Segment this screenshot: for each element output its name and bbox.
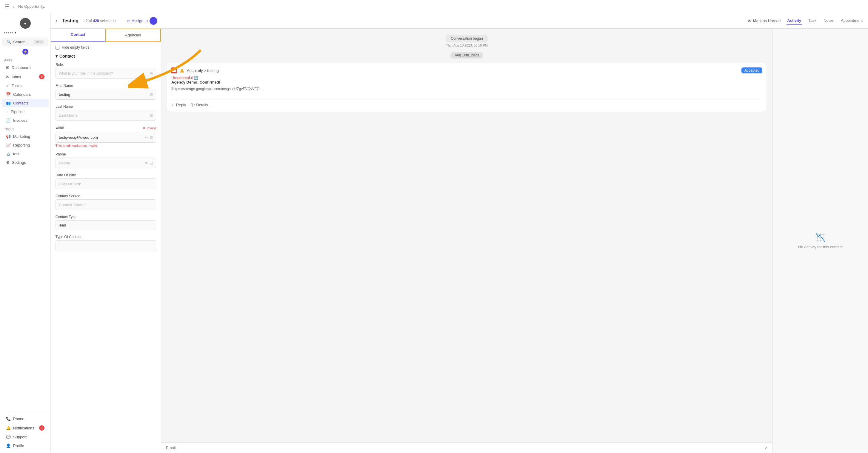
retry-icon: 🔄 <box>194 76 198 80</box>
sidebar-item-search[interactable]: 🔍 Search ctrl K <box>2 38 48 46</box>
phone-edit-icon[interactable]: ✏ <box>145 161 148 165</box>
tab-activity[interactable]: Activity <box>786 17 802 25</box>
panel-content: Hide empty fields ▾ Contact Role What is… <box>51 42 161 453</box>
email-composer-input[interactable] <box>166 446 762 450</box>
back-button[interactable]: ‹ <box>56 18 57 24</box>
reply-button[interactable]: ↩ Reply <box>171 103 186 107</box>
nav-right-arrow[interactable]: › <box>115 19 116 23</box>
phone-field-icon: ⊟ <box>150 161 153 165</box>
reporting-icon: 📈 <box>6 143 11 148</box>
expand-icon[interactable]: ⤢ <box>765 446 768 450</box>
sidebar-item-contacts[interactable]: 👥 Contacts <box>2 99 49 107</box>
hide-empty-fields-row: Hide empty fields <box>56 45 156 50</box>
type-of-contact-label: Type Of Contact <box>56 235 156 239</box>
sidebar-item-label: Dashboard <box>12 65 31 70</box>
dob-label: Date Of Birth <box>56 173 156 177</box>
invalid-icon: ✕ <box>143 126 145 130</box>
dob-input-wrapper[interactable]: Date Of Birth <box>56 179 156 189</box>
no-activity: 📉 No Activity for this contact <box>798 232 843 249</box>
sidebar-item-label: Invoices <box>13 118 27 123</box>
calendar-icon: 📅 <box>6 92 11 97</box>
sidebar-item-label: Calendars <box>13 92 31 97</box>
hamburger-menu[interactable]: ☰ <box>5 3 9 10</box>
bolt-icon[interactable]: ⚡ <box>22 48 28 55</box>
sidebar-item-marketing[interactable]: 📢 Marketing <box>2 132 49 141</box>
sidebar-item-calendars[interactable]: 📅 Calendars <box>2 90 49 99</box>
last-name-placeholder: Last Name <box>59 113 78 118</box>
began-label: Conversation began <box>446 35 488 42</box>
email-value: testqwecq@qweq.com <box>59 135 98 140</box>
svg-text:!: ! <box>182 69 183 72</box>
field-first-name: First Name testing ⊟ <box>56 84 156 100</box>
inbox-badge: 0 <box>39 74 44 79</box>
role-input-wrapper[interactable]: What is your role in the company? ⊟ <box>56 68 156 79</box>
nav-selected: selected <box>100 19 114 23</box>
contact-source-input-wrapper[interactable]: Contact Source <box>56 199 156 210</box>
nav-left-arrow[interactable]: ‹ <box>83 19 85 23</box>
message-body: [https://storage.googleapis.com/msgsndr/… <box>171 87 762 95</box>
nav-counter: ‹ 2 of 428 selected › <box>83 19 116 23</box>
sidebar-item-label: test <box>13 152 20 156</box>
field-type-of-contact: Type Of Contact <box>56 235 156 251</box>
details-icon: ⓘ <box>191 102 195 107</box>
phone-input-wrapper[interactable]: Phone ✏ ⊟ <box>56 158 156 168</box>
assign-button[interactable]: ⊕ Assign to <box>127 17 157 25</box>
mark-unread-button[interactable]: ✉ Mark as Unread <box>748 19 780 23</box>
accepted-badge: Accepted <box>741 67 762 73</box>
test-icon: 🔬 <box>6 152 11 156</box>
profile-icon: 👤 <box>6 444 11 448</box>
type-of-contact-input-wrapper[interactable] <box>56 240 156 251</box>
search-shortcut: ctrl K <box>34 40 44 44</box>
hide-empty-checkbox[interactable] <box>56 46 59 50</box>
details-button[interactable]: ⓘ Details <box>191 102 208 107</box>
svg-rect-0 <box>171 67 177 73</box>
tab-notes[interactable]: Notes <box>823 17 834 25</box>
email-icons: ✏ ⊟ <box>145 135 153 140</box>
unsuccessful-label: Unsuccessful <box>171 76 192 80</box>
panel-tab-contact[interactable]: Contact <box>51 29 105 41</box>
panel-tabs: Contact Agencies <box>51 29 161 42</box>
tab-task[interactable]: Task <box>808 17 817 25</box>
brand-name: ●●●●● <box>4 31 13 34</box>
sidebar-item-pipeline[interactable]: ⟂ Pipeline <box>2 107 49 116</box>
edit-icon[interactable]: ✏ <box>145 135 148 140</box>
sidebar-item-invoices[interactable]: 🧾 Invoices <box>2 116 49 125</box>
invalid-email-text: This email marked as Invalid <box>56 144 156 148</box>
contact-section-header: ▾ Contact <box>56 54 156 59</box>
role-field-icon: ⊟ <box>150 71 153 76</box>
sidebar-item-notifications[interactable]: 🔔 Notifications 2 <box>2 423 49 433</box>
tab-appointment[interactable]: Appointment <box>840 17 863 25</box>
sidebar-item-label: Marketing <box>13 134 30 139</box>
notifications-icon: 🔔 <box>6 426 11 430</box>
message-subject: Agency Demo: Confirmed! <box>171 80 762 85</box>
sidebar-item-phone[interactable]: 📞 Phone <box>2 415 49 423</box>
brand-selector[interactable]: ●●●●● ▾ <box>0 29 51 36</box>
no-activity-chart-icon: 📉 <box>798 232 843 242</box>
sidebar-item-test[interactable]: 🔬 test <box>2 150 49 158</box>
first-name-input-wrapper[interactable]: testing ⊟ <box>56 89 156 100</box>
field-last-name: Last Name Last Name ⊟ <box>56 104 156 121</box>
message-card: ! Acquirely > testing Accepted <box>167 63 767 111</box>
sidebar-item-settings[interactable]: ⚙ Settings <box>2 158 49 167</box>
last-name-input-wrapper[interactable]: Last Name ⊟ <box>56 110 156 121</box>
sidebar-item-support[interactable]: 💬 Support <box>2 433 49 441</box>
conversation-began: Conversation began Thu, Aug 10 2023, 03:… <box>167 35 767 47</box>
email-input-wrapper[interactable]: testqwecq@qweq.com ✏ ⊟ <box>56 132 156 143</box>
sidebar-item-inbox[interactable]: ✉ Inbox 0 <box>2 72 49 82</box>
sidebar-item-label: Settings <box>12 160 26 165</box>
last-name-field-icon: ⊟ <box>150 113 153 118</box>
sidebar-item-reporting[interactable]: 📈 Reporting <box>2 141 49 150</box>
phone-label: Phone <box>56 152 156 156</box>
search-icon: 🔍 <box>6 40 11 44</box>
panel-tab-agencies[interactable]: Agencies <box>105 29 161 41</box>
sidebar-item-tasks[interactable]: ✓ Tasks <box>2 82 49 90</box>
contact-source-placeholder: Contact Source <box>59 203 86 207</box>
invoices-icon: 🧾 <box>6 118 11 123</box>
sidebar-item-dashboard[interactable]: ⊞ Dashboard <box>2 63 49 72</box>
email-field-icon: ⊟ <box>150 135 153 140</box>
contact-type-select[interactable]: lead <box>56 220 156 230</box>
pipeline-icon: ⟂ <box>6 109 8 114</box>
activity-panel: 📉 No Activity for this contact <box>773 29 868 453</box>
sidebar-item-label: Tasks <box>12 84 22 88</box>
sidebar-item-profile[interactable]: 👤 Profile <box>2 441 49 450</box>
